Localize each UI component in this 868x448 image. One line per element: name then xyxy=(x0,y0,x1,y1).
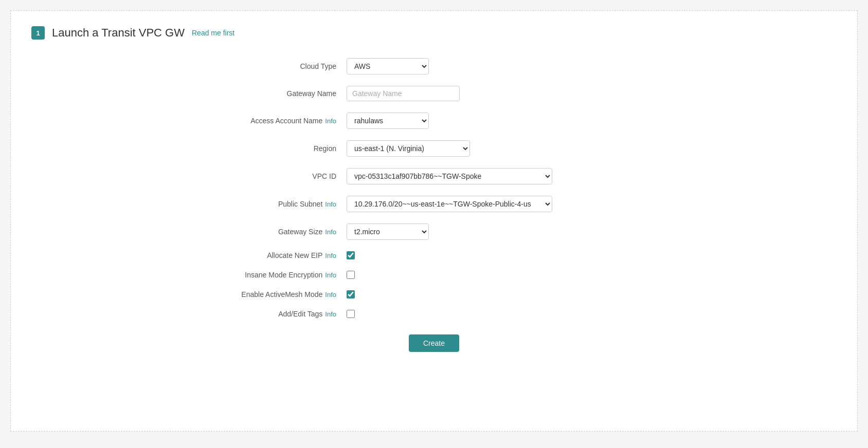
gateway-name-row: Gateway Name xyxy=(203,86,665,101)
add-edit-tags-label: Add/Edit Tags Info xyxy=(203,310,347,318)
insane-mode-checkbox[interactable] xyxy=(347,271,355,279)
add-edit-tags-checkbox[interactable] xyxy=(347,310,355,318)
allocate-eip-checkbox[interactable] xyxy=(347,251,355,259)
cloud-type-label: Cloud Type xyxy=(203,62,347,70)
add-edit-tags-checkbox-wrapper xyxy=(347,310,355,318)
vpc-id-row: VPC ID vpc-05313c1af907bb786~~TGW-Spoke xyxy=(203,168,665,184)
add-edit-tags-row: Add/Edit Tags Info xyxy=(203,310,665,318)
form-body: Cloud Type AWS Azure GCP Gateway Name Ac… xyxy=(203,58,665,352)
gateway-name-input[interactable] xyxy=(347,86,460,101)
active-mesh-info-link[interactable]: Info xyxy=(325,291,336,298)
allocate-eip-label: Allocate New EIP Info xyxy=(203,251,347,259)
gateway-size-select[interactable]: t2.micro t2.small t2.medium xyxy=(347,223,429,240)
public-subnet-label: Public Subnet Info xyxy=(203,200,347,208)
vpc-id-label: VPC ID xyxy=(203,172,347,180)
gateway-size-row: Gateway Size Info t2.micro t2.small t2.m… xyxy=(203,223,665,240)
allocate-eip-row: Allocate New EIP Info xyxy=(203,251,665,259)
insane-mode-row: Insane Mode Encryption Info xyxy=(203,271,665,279)
active-mesh-label: Enable ActiveMesh Mode Info xyxy=(203,290,347,298)
public-subnet-info-link[interactable]: Info xyxy=(325,200,336,208)
active-mesh-row: Enable ActiveMesh Mode Info xyxy=(203,290,665,298)
create-button[interactable]: Create xyxy=(409,334,459,352)
page-title: Launch a Transit VPC GW xyxy=(52,26,185,40)
add-edit-tags-info-link[interactable]: Info xyxy=(325,310,336,318)
access-account-info-link[interactable]: Info xyxy=(325,117,336,125)
public-subnet-select[interactable]: 10.29.176.0/20~~us-east-1e~~TGW-Spoke-Pu… xyxy=(347,196,552,212)
page-container: 1 Launch a Transit VPC GW Read me first … xyxy=(10,10,858,432)
access-account-label: Access Account Name Info xyxy=(203,117,347,125)
region-row: Region us-east-1 (N. Virginia) us-west-2… xyxy=(203,140,665,157)
cloud-type-row: Cloud Type AWS Azure GCP xyxy=(203,58,665,74)
gateway-size-label: Gateway Size Info xyxy=(203,228,347,236)
insane-mode-checkbox-wrapper xyxy=(347,271,355,279)
active-mesh-checkbox-wrapper xyxy=(347,290,355,298)
cloud-type-select[interactable]: AWS Azure GCP xyxy=(347,58,429,74)
create-button-row: Create xyxy=(203,329,665,352)
page-header: 1 Launch a Transit VPC GW Read me first xyxy=(31,26,837,40)
region-label: Region xyxy=(203,144,347,153)
region-select[interactable]: us-east-1 (N. Virginia) us-west-2 (Orego… xyxy=(347,140,470,157)
access-account-row: Access Account Name Info rahulaws xyxy=(203,113,665,129)
gateway-name-label: Gateway Name xyxy=(203,89,347,98)
gateway-size-info-link[interactable]: Info xyxy=(325,228,336,236)
active-mesh-checkbox[interactable] xyxy=(347,290,355,298)
allocate-eip-checkbox-wrapper xyxy=(347,251,355,259)
access-account-select[interactable]: rahulaws xyxy=(347,113,429,129)
allocate-eip-info-link[interactable]: Info xyxy=(325,252,336,259)
public-subnet-row: Public Subnet Info 10.29.176.0/20~~us-ea… xyxy=(203,196,665,212)
vpc-id-select[interactable]: vpc-05313c1af907bb786~~TGW-Spoke xyxy=(347,168,552,184)
step-badge: 1 xyxy=(31,26,45,40)
insane-mode-info-link[interactable]: Info xyxy=(325,271,336,279)
read-me-link[interactable]: Read me first xyxy=(192,29,234,37)
insane-mode-label: Insane Mode Encryption Info xyxy=(203,271,347,279)
